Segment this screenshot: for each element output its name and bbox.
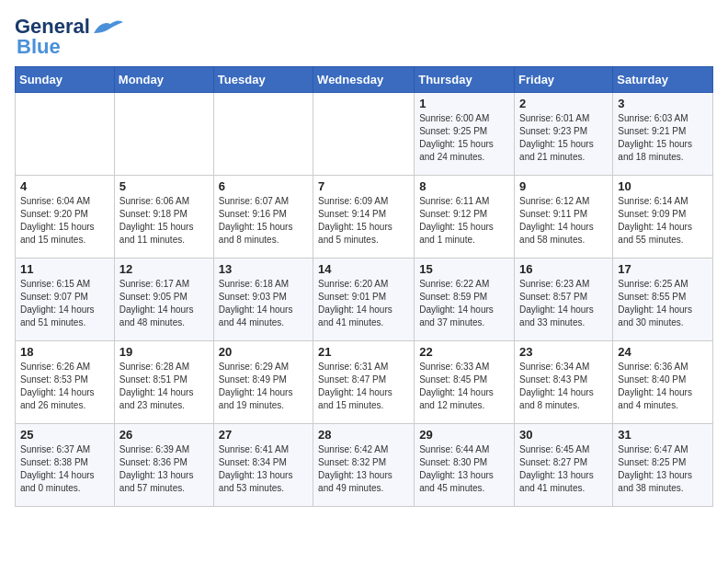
- weekday-header-tuesday: Tuesday: [213, 67, 313, 93]
- calendar-cell: 15Sunrise: 6:22 AMSunset: 8:59 PMDayligh…: [415, 259, 515, 341]
- weekday-row: SundayMondayTuesdayWednesdayThursdayFrid…: [16, 67, 713, 93]
- day-info-line: Sunset: 9:07 PM: [20, 291, 109, 304]
- day-info-line: Sunset: 9:20 PM: [20, 208, 109, 221]
- day-number: 10: [618, 179, 708, 193]
- day-info-line: Sunset: 9:25 PM: [419, 125, 509, 138]
- day-info-line: Sunset: 8:47 PM: [318, 373, 409, 386]
- day-number: 7: [318, 179, 409, 193]
- day-info-line: Sunset: 8:55 PM: [618, 291, 708, 304]
- day-info-line: and 8 minutes.: [519, 399, 608, 412]
- day-info-line: and 51 minutes.: [20, 316, 109, 329]
- calendar-cell: 27Sunrise: 6:41 AMSunset: 8:34 PMDayligh…: [213, 424, 313, 507]
- day-info-line: Sunset: 9:23 PM: [519, 125, 608, 138]
- day-info-line: and 15 minutes.: [318, 399, 409, 412]
- day-number: 12: [119, 262, 209, 276]
- day-info-line: Sunset: 8:30 PM: [419, 456, 509, 469]
- day-info-line: Sunset: 9:11 PM: [519, 208, 608, 221]
- day-number: 19: [119, 345, 209, 359]
- day-info-line: Sunset: 9:18 PM: [119, 208, 209, 221]
- logo-bird-icon: [92, 17, 125, 37]
- day-info-line: Sunset: 8:51 PM: [119, 373, 209, 386]
- day-info-line: Sunset: 8:45 PM: [419, 373, 509, 386]
- calendar-cell: 29Sunrise: 6:44 AMSunset: 8:30 PMDayligh…: [415, 424, 515, 507]
- day-info-line: and 21 minutes.: [519, 151, 608, 164]
- day-info-line: and 38 minutes.: [618, 482, 708, 495]
- calendar-cell: [16, 93, 115, 176]
- day-info-line: Daylight: 14 hours: [219, 386, 308, 399]
- day-info-line: Daylight: 14 hours: [20, 469, 109, 482]
- day-info-line: Sunrise: 6:42 AM: [318, 443, 409, 456]
- day-info-line: Sunrise: 6:28 AM: [119, 361, 209, 373]
- calendar-body: 1Sunrise: 6:00 AMSunset: 9:25 PMDaylight…: [16, 93, 713, 507]
- day-info-line: Sunset: 8:43 PM: [519, 373, 608, 386]
- day-info-line: Sunrise: 6:18 AM: [219, 278, 308, 291]
- day-info-line: Sunrise: 6:37 AM: [20, 443, 109, 456]
- logo-blue: Blue: [17, 35, 61, 59]
- day-info-line: and 5 minutes.: [318, 234, 409, 247]
- day-info-line: Sunrise: 6:36 AM: [618, 361, 708, 373]
- day-number: 8: [419, 179, 509, 193]
- day-number: 5: [119, 179, 209, 193]
- day-number: 21: [318, 345, 409, 359]
- day-info-line: Daylight: 14 hours: [519, 304, 608, 316]
- calendar-cell: 13Sunrise: 6:18 AMSunset: 9:03 PMDayligh…: [213, 259, 313, 341]
- calendar-cell: 6Sunrise: 6:07 AMSunset: 9:16 PMDaylight…: [213, 176, 313, 259]
- day-info-line: Sunrise: 6:15 AM: [20, 278, 109, 291]
- day-number: 15: [419, 262, 509, 276]
- page-header: General Blue: [15, 15, 713, 59]
- day-info-line: Sunset: 9:03 PM: [219, 291, 308, 304]
- calendar-cell: [114, 93, 213, 176]
- day-info-line: and 33 minutes.: [519, 316, 608, 329]
- calendar-cell: 22Sunrise: 6:33 AMSunset: 8:45 PMDayligh…: [415, 341, 515, 424]
- day-info-line: and 0 minutes.: [20, 482, 109, 495]
- day-info-line: Daylight: 13 hours: [219, 469, 308, 482]
- day-info-line: Sunrise: 6:47 AM: [618, 443, 708, 456]
- day-info-line: Sunrise: 6:12 AM: [519, 195, 608, 208]
- day-info-line: Sunrise: 6:25 AM: [618, 278, 708, 291]
- day-info-line: Sunrise: 6:22 AM: [419, 278, 509, 291]
- day-number: 17: [618, 262, 708, 276]
- day-info-line: Sunset: 9:12 PM: [419, 208, 509, 221]
- logo: General Blue: [15, 15, 125, 59]
- day-info-line: Daylight: 15 hours: [318, 221, 409, 234]
- day-info-line: Sunrise: 6:20 AM: [318, 278, 409, 291]
- day-info-line: Sunset: 8:36 PM: [119, 456, 209, 469]
- day-info-line: and 15 minutes.: [20, 234, 109, 247]
- calendar-week-5: 25Sunrise: 6:37 AMSunset: 8:38 PMDayligh…: [16, 424, 713, 507]
- day-info-line: Daylight: 14 hours: [219, 304, 308, 316]
- day-info-line: Sunrise: 6:07 AM: [219, 195, 308, 208]
- day-info-line: Daylight: 15 hours: [20, 221, 109, 234]
- day-info-line: Sunset: 8:34 PM: [219, 456, 308, 469]
- calendar-table: SundayMondayTuesdayWednesdayThursdayFrid…: [15, 66, 713, 507]
- day-info-line: Sunset: 8:53 PM: [20, 373, 109, 386]
- day-number: 9: [519, 179, 608, 193]
- day-info-line: and 41 minutes.: [318, 316, 409, 329]
- day-info-line: and 37 minutes.: [419, 316, 509, 329]
- calendar-cell: 25Sunrise: 6:37 AMSunset: 8:38 PMDayligh…: [16, 424, 115, 507]
- calendar-cell: 11Sunrise: 6:15 AMSunset: 9:07 PMDayligh…: [16, 259, 115, 341]
- day-number: 11: [20, 262, 109, 276]
- day-number: 2: [519, 97, 608, 110]
- day-info-line: Sunrise: 6:14 AM: [618, 195, 708, 208]
- day-number: 28: [318, 428, 409, 442]
- day-info-line: Daylight: 14 hours: [318, 386, 409, 399]
- day-number: 30: [519, 428, 608, 442]
- day-info-line: Daylight: 14 hours: [618, 304, 708, 316]
- day-info-line: and 24 minutes.: [419, 151, 509, 164]
- day-info-line: Sunset: 9:05 PM: [119, 291, 209, 304]
- day-info-line: Sunrise: 6:11 AM: [419, 195, 509, 208]
- day-info-line: Sunrise: 6:26 AM: [20, 361, 109, 373]
- calendar-cell: 28Sunrise: 6:42 AMSunset: 8:32 PMDayligh…: [313, 424, 415, 507]
- day-info-line: Daylight: 14 hours: [419, 386, 509, 399]
- day-info-line: and 18 minutes.: [618, 151, 708, 164]
- day-info-line: Daylight: 14 hours: [318, 304, 409, 316]
- day-info-line: and 26 minutes.: [20, 399, 109, 412]
- weekday-header-sunday: Sunday: [16, 67, 115, 93]
- day-info-line: and 8 minutes.: [219, 234, 308, 247]
- day-info-line: Sunrise: 6:00 AM: [419, 112, 509, 125]
- day-info-line: and 49 minutes.: [318, 482, 409, 495]
- weekday-header-thursday: Thursday: [415, 67, 515, 93]
- day-number: 18: [20, 345, 109, 359]
- calendar-cell: 5Sunrise: 6:06 AMSunset: 9:18 PMDaylight…: [114, 176, 213, 259]
- day-info-line: and 11 minutes.: [119, 234, 209, 247]
